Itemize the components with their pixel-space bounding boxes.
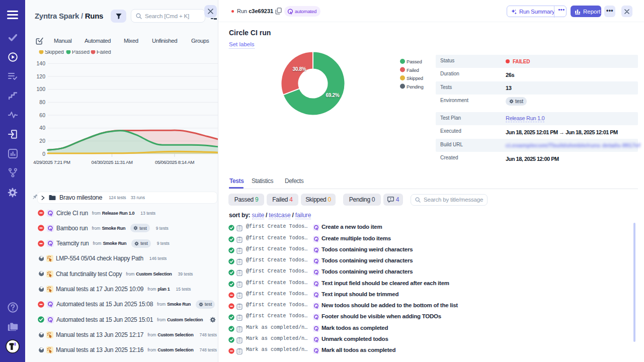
svg-text:30.8%: 30.8% [293, 66, 306, 72]
svg-text:69.2%: 69.2% [326, 93, 340, 98]
svg-text:80: 80 [39, 99, 45, 105]
svg-text:05/06/2025 8:14 AM: 05/06/2025 8:14 AM [155, 159, 194, 165]
svg-text:100: 100 [36, 86, 45, 92]
svg-text:40: 40 [39, 125, 45, 131]
svg-text:Skipped: Skipped [407, 75, 423, 81]
svg-text:60: 60 [39, 112, 45, 118]
svg-text:4/29/2025 7:21 PM: 4/29/2025 7:21 PM [33, 159, 70, 165]
svg-text:Pending: Pending [407, 84, 423, 89]
svg-text:20: 20 [39, 138, 45, 144]
svg-text:04/30/2025 11:31 AM: 04/30/2025 11:31 AM [91, 159, 133, 165]
svg-text:140: 140 [36, 60, 45, 66]
svg-text:0: 0 [42, 151, 45, 157]
svg-text:120: 120 [36, 73, 45, 79]
svg-text:Failed: Failed [407, 67, 419, 73]
svg-text:Passed: Passed [407, 59, 422, 64]
